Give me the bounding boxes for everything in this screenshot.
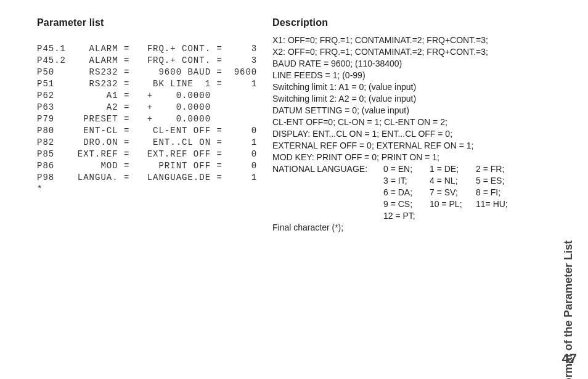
national-language-value: 10 = PL; [430,198,476,210]
national-language-values: 9 = CS;10 = PL;11= HU; [383,198,522,210]
national-language-value: 2 = FR; [476,163,522,175]
national-language-values: 3 = IT;4 = NL;5 = ES; [383,175,522,187]
national-language-indent [272,175,383,187]
national-language-label: NATIONAL LANGUAGE: [272,163,383,175]
description-line: MOD KEY: PRINT OFF = 0; PRINT ON = 1; [272,152,522,163]
national-language-indent [272,198,383,210]
national-language-value: 5 = ES; [476,175,522,187]
national-language-value: 7 = SV; [430,187,476,198]
national-language-value: 8 = FI; [476,187,522,198]
description-line: BAUD RATE = 9600; (110-38400) [272,58,522,70]
national-language-value: 0 = EN; [383,163,430,175]
description-block: X1: OFF=0; FRQ.=1; CONTAMINAT.=2; FRQ+CO… [272,35,522,234]
national-language-value: 12 = PT; [383,210,430,222]
description-line: DISPLAY: ENT...CL ON = 1; ENT...CL OFF =… [272,128,522,140]
heading-description: Description [272,17,328,28]
national-language-value: 1 = DE; [430,163,476,175]
national-language-value: 4 = NL; [430,175,476,187]
national-language-line: 6 = DA;7 = SV;8 = FI; [272,187,522,198]
description-line: X2: OFF=0; FRQ.=1; CONTAMINAT.=2; FRQ+CO… [272,46,522,58]
national-language-values: 6 = DA;7 = SV;8 = FI; [383,187,522,198]
description-line: Switching limit 1: A1 = 0; (value input) [272,81,522,93]
national-language-values: 12 = PT; [383,210,522,222]
description-line: LINE FEEDS = 1; (0-99) [272,70,522,81]
side-heading: Output Format of the Parameter List [561,17,577,342]
description-line: X1: OFF=0; FRQ.=1; CONTAMINAT.=2; FRQ+CO… [272,35,522,46]
national-language-value: 9 = CS; [383,198,430,210]
national-language-line: 9 = CS;10 = PL;11= HU; [272,198,522,210]
national-language-line: 12 = PT; [272,210,522,222]
description-line: CL-ENT OFF=0; CL-ON = 1; CL-ENT ON = 2; [272,116,522,128]
page: Parameter list Description P45.1 ALARM =… [0,0,588,379]
parameter-list-block: P45.1 ALARM = FRQ.+ CONT. = 3 P45.2 ALAR… [37,43,257,195]
national-language-line: NATIONAL LANGUAGE:0 = EN;1 = DE;2 = FR; [272,163,522,175]
description-line: EXTERNAL REF OFF = 0; EXTERNAL REF ON = … [272,140,522,152]
description-line: Switching limit 2: A2 = 0; (value input) [272,93,522,105]
national-language-value: 6 = DA; [383,187,430,198]
description-line: DATUM SETTING = 0; (value input) [272,105,522,116]
page-number: 47 [562,351,577,367]
national-language-indent [272,210,383,222]
final-character-line: Final character (*); [272,222,522,234]
national-language-values: 0 = EN;1 = DE;2 = FR; [383,163,522,175]
national-language-line: 3 = IT;4 = NL;5 = ES; [272,175,522,187]
national-language-value: 3 = IT; [383,175,430,187]
national-language-indent [272,187,383,198]
national-language-value: 11= HU; [476,198,522,210]
heading-parameter-list: Parameter list [37,17,104,28]
